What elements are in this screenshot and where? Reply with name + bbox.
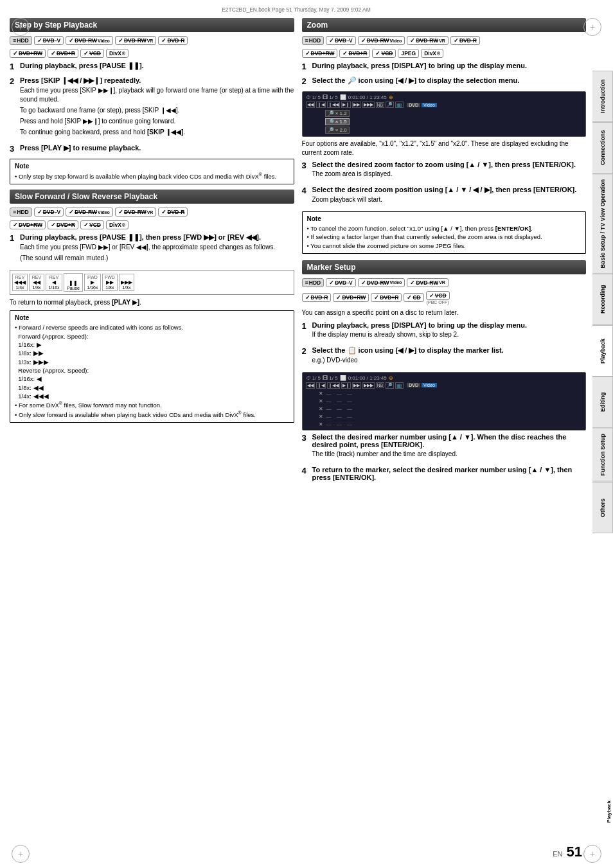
step2-body2: To go backward one frame (or step), pres…: [20, 106, 294, 115]
marker-row-2: ✕ — — —: [319, 398, 583, 404]
zoom-device-dvdrw-vr: ✓DVD-RWVR: [407, 36, 449, 45]
marker-device-dvdr: ✓DVD-R: [302, 293, 332, 302]
page-number: 51: [567, 844, 582, 860]
marker-row-3: ✕ — — —: [319, 406, 583, 412]
step2-body4: To continue going backward, press and ho…: [20, 128, 294, 137]
zoom-device-dvdv: ✓DVD-V: [326, 36, 355, 45]
speed-1-8: REV ◀◀ 1/8x: [29, 274, 44, 291]
zoom-note: Note • To cancel the zoom function, sele…: [302, 211, 587, 254]
marker-device-cd: ✓CD: [404, 293, 423, 302]
marker-row-1: ✕ — — —: [319, 391, 583, 396]
marker-step3: 3 Select the desired marker number using…: [302, 433, 587, 461]
device-dvdplusr: ✓DVD+R: [48, 49, 78, 58]
zoom-step3-body: The zoom area is displayed.: [312, 170, 587, 179]
sidebar-tab-others[interactable]: Others: [592, 482, 613, 533]
sidebar-tab-basic-setup[interactable]: Basic Setup / TV View Operation: [592, 173, 613, 274]
zoom-step1-title: During playback, press [DISPLAY] to brin…: [312, 62, 587, 69]
speed-1-16-rev: REV ◀ 1/16x: [46, 274, 62, 291]
step-by-step-step2: 2 Press [SKIP ❙◀◀ / ▶▶❙] repeatedly. Eac…: [10, 76, 294, 139]
speed-pause: ❚❚ Pause: [64, 273, 83, 292]
right-column: Zoom ≡HDD ✓DVD-V ✓DVD-RWVideo ✓DVD-RWVR …: [302, 18, 587, 488]
device-divx: DivX®: [106, 49, 129, 58]
en-label: EN: [553, 850, 562, 858]
sidebar-tab-function-setup[interactable]: Function Setup: [592, 428, 613, 482]
device-dvdv: ✓DVD-V: [34, 36, 64, 45]
slow-step1: 1 During playback, press [PAUSE ❚❚], the…: [10, 233, 294, 265]
step2-num: 2: [10, 76, 17, 139]
device-dvdrw-vr: ✓DVD-RWVR: [115, 36, 157, 45]
sf-device-hdd: ≡HDD: [10, 208, 32, 217]
slow-step1-body2: (The sound will remain muted.): [20, 254, 294, 263]
marker-device-dvdv: ✓DVD-V: [326, 278, 355, 287]
marker-step3-body: The title (track) number and the time ar…: [312, 450, 587, 459]
slow-note: Note • Forward / reverse speeds are indi…: [10, 310, 294, 423]
zoom-note-title: Note: [307, 215, 582, 222]
zoom-step2-num: 2: [302, 76, 310, 86]
step3-num: 3: [10, 144, 17, 154]
page-container: Introduction Connections Basic Setup / T…: [0, 6, 613, 868]
sidebar-tab-recording[interactable]: Recording: [592, 274, 613, 325]
zoom-device-jpeg: JPEG: [398, 49, 419, 58]
zoom-device-dvdplusr: ✓DVD+R: [339, 49, 370, 58]
slow-devices-row1: ≡HDD ✓DVD-V ✓DVD-RWVideo ✓DVD-RWVR ✓DVD-…: [10, 208, 294, 217]
marker-device-dvdplusr: ✓DVD+R: [371, 293, 402, 302]
zoom-step3-title: Select the desired zoom factor to zoom u…: [312, 161, 587, 168]
zoom-display-screen: ⏱ 1/ 5 🎞 1/ 5 ⬜ 0:01:00 / 1:23:45 ⊕ ◀◀ ❙…: [302, 91, 587, 137]
slow-forward-header: Slow Forward / Slow Reverse Playback: [10, 190, 294, 204]
sidebar-tab-introduction[interactable]: Introduction: [592, 71, 613, 122]
zoom-option-1-5: 🔎 × 1.5: [325, 118, 583, 125]
marker-step4-num: 4: [302, 466, 310, 483]
sidebar-tab-editing[interactable]: Editing: [592, 376, 613, 428]
sf-device-dvdplusr: ✓DVD+R: [48, 220, 78, 229]
marker-step3-num: 3: [302, 433, 310, 461]
step-by-step-devices-row2: ✓DVD+RW ✓DVD+R ✓VCD DivX®: [10, 49, 294, 58]
step2-body3: Press and hold [SKIP ▶▶❙] to continue go…: [20, 117, 294, 126]
marker-list: ✕ — — — ✕ — — — ✕ — — — ✕ — — —: [319, 391, 583, 427]
zoom-device-dvdrw-video: ✓DVD-RWVideo: [358, 36, 405, 45]
right-sidebar: Introduction Connections Basic Setup / T…: [592, 71, 613, 533]
note-title-1: Note: [15, 163, 289, 170]
zoom-step3: 3 Select the desired zoom factor to zoom…: [302, 161, 587, 181]
marker-row-5: ✕ — — —: [319, 421, 583, 427]
sf-device-dvdr: ✓DVD-R: [158, 208, 188, 217]
zoom-devices-row2: ✓DVD+RW ✓DVD+R ✓VCD JPEG DivX®: [302, 49, 587, 58]
corner-mark-tl: [12, 18, 30, 36]
zoom-option-2-0: 🔎 × 2.0: [325, 127, 583, 134]
playback-label: Playback: [606, 801, 612, 823]
slow-step1-num: 1: [10, 233, 17, 265]
sf-device-divx: DivX®: [106, 220, 129, 229]
marker-device-dvdrw-video: ✓DVD-RWVideo: [358, 278, 405, 287]
sf-device-dvdrw-vr: ✓DVD-RWVR: [115, 208, 157, 217]
zoom-note-content: • To cancel the zoom function, select "x…: [307, 224, 582, 250]
step2-title: Press [SKIP ❙◀◀ / ▶▶❙] repeatedly.: [20, 76, 294, 85]
marker-step2-num: 2: [302, 346, 310, 367]
zoom-option-1-2: 🔎 × 1.2: [325, 110, 583, 117]
zoom-device-dvdplusrw: ✓DVD+RW: [302, 49, 338, 58]
step2-body1: Each time you press [SKIP ▶▶❙], playback…: [20, 86, 294, 104]
zoom-devices-row1: ≡HDD ✓DVD-V ✓DVD-RWVideo ✓DVD-RWVR ✓DVD-…: [302, 36, 587, 45]
device-dvdplusrw: ✓DVD+RW: [10, 49, 46, 58]
step-by-step-step3: 3 Press [PLAY ▶] to resume playback.: [10, 144, 294, 154]
marker-device-dvdplusrw: ✓DVD+RW: [333, 293, 369, 302]
zoom-device-vcd: ✓VCD: [372, 49, 396, 58]
sidebar-tab-connections[interactable]: Connections: [592, 122, 613, 173]
main-columns: Step by Step Playback ≡HDD ✓DVD-V ✓DVD-R…: [10, 18, 586, 488]
sidebar-tab-playback[interactable]: Playback: [592, 325, 613, 376]
zoom-step3-num: 3: [302, 161, 310, 181]
corner-mark-bl: [12, 845, 30, 863]
marker-row-4: ✕ — — —: [319, 414, 583, 420]
header-text: E2TC2BD_EN.book Page 51 Thursday, May 7,…: [222, 6, 371, 13]
marker-display-screen: ⏱ 1/ 5 🎞 1/ 5 ⬜ 0:01:00 / 1:23:45 ⊕ ◀◀ ❙…: [302, 372, 587, 430]
speed-1-4: REV ◀◀◀ 1/4x: [12, 274, 28, 291]
page-footer: EN 51: [553, 844, 582, 860]
step1-num: 1: [10, 62, 17, 71]
device-dvdrw-video: ✓DVD-RWVideo: [66, 36, 113, 45]
sf-device-dvdrw-video: ✓DVD-RWVideo: [66, 208, 113, 217]
device-dvdr: ✓DVD-R: [158, 36, 188, 45]
page-header: E2TC2BD_EN.book Page 51 Thursday, May 7,…: [0, 6, 592, 13]
slow-step1-body1: Each time you press [FWD ▶▶] or [REV ◀◀]…: [20, 243, 294, 252]
device-hdd: ≡HDD: [10, 36, 32, 45]
marker-device-dvdrw-vr: ✓DVD-RWVR: [407, 278, 449, 287]
slow-return-note: To return to normal playback, press [PLA…: [10, 298, 294, 307]
marker-devices-row2: ✓DVD-R ✓DVD+RW ✓DVD+R ✓CD ✓VCD (PBC OFF): [302, 291, 587, 305]
